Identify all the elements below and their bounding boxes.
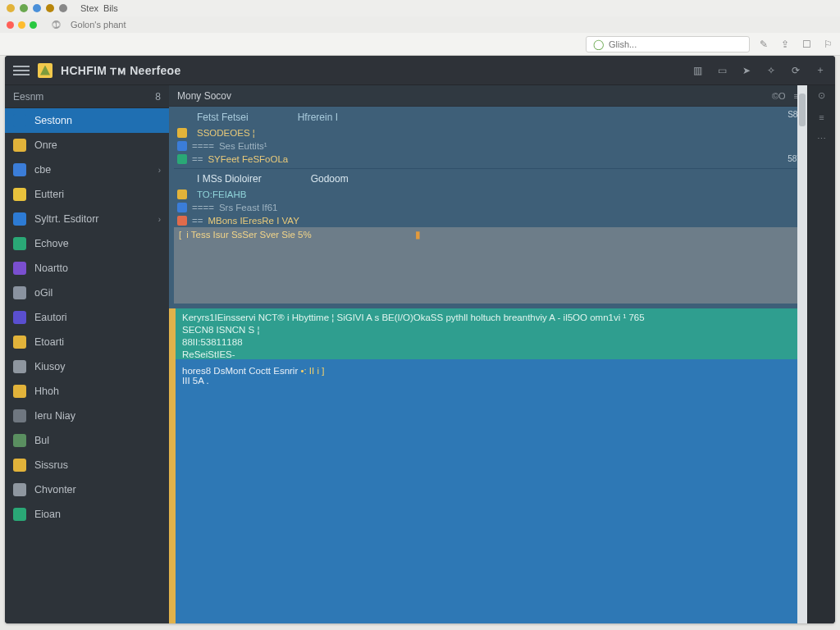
maximize-icon[interactable] <box>30 21 37 29</box>
console-gutter <box>169 308 176 623</box>
sidebar-item[interactable]: Syltrt. Esditorr› <box>5 207 169 231</box>
editor-tabstrip: Mony Socov ©O ≡ <box>169 85 807 107</box>
close-icon[interactable] <box>7 21 14 29</box>
line-icon <box>177 216 187 226</box>
minimize-icon[interactable] <box>18 21 25 29</box>
box-icon[interactable]: ☐ <box>799 37 814 52</box>
editor-line[interactable]: TO:FEIAHB <box>174 188 802 201</box>
sidebar-item[interactable]: Noartto <box>5 256 169 281</box>
scrollbar-thumb[interactable] <box>799 94 806 126</box>
sidebar-item-label: Ieru Niay <box>34 410 75 422</box>
line-prefix: == <box>192 216 203 226</box>
sidebar-item-icon <box>13 483 26 496</box>
rail-icon[interactable]: ⋯ <box>817 134 826 144</box>
sidebar-item[interactable]: Eautori <box>5 305 169 330</box>
sidebar-item[interactable]: Sestonn <box>5 108 169 133</box>
editor-col-header: Fetst Fetsei <box>197 112 249 123</box>
line-text: Ses Euttits¹ <box>219 141 267 151</box>
sidebar-item[interactable]: Ieru Niay <box>5 404 169 428</box>
os-dot-icon <box>7 4 15 12</box>
rail-icon[interactable]: ≡ <box>819 112 824 122</box>
sidebar-item-label: Eautori <box>34 312 67 323</box>
editor-line[interactable]: SSODEOES ¦ <box>174 126 802 139</box>
sidebar-item-icon <box>13 360 26 373</box>
share-icon[interactable]: ⇪ <box>778 37 792 52</box>
sidebar-item-icon <box>13 188 26 201</box>
sidebar-item[interactable]: Bul <box>5 428 169 453</box>
share-icon[interactable]: ✧ <box>765 64 778 77</box>
refresh-icon[interactable]: ⟳ <box>789 64 802 77</box>
sidebar-item[interactable]: oGil <box>5 281 169 305</box>
sidebar-item-label: Eioan <box>34 509 61 520</box>
main-panel: Mony Socov ©O ≡ Fetst Fetsei Hfrerein I … <box>169 85 807 623</box>
editor-empty-area[interactable] <box>174 242 802 304</box>
sidebar-item-label: Etoarti <box>34 336 64 348</box>
bookmark-icon[interactable]: ⚐ <box>820 37 835 52</box>
sidebar-item-icon <box>13 286 26 299</box>
send-icon[interactable]: ➤ <box>740 64 753 77</box>
sidebar-item[interactable]: Hhoh <box>5 379 169 404</box>
vertical-scrollbar[interactable] <box>797 85 807 623</box>
console-line: 88II:53811188 <box>182 336 801 349</box>
sidebar-item[interactable]: Onre <box>5 133 169 158</box>
editor-tab[interactable]: Mony Socov <box>177 90 231 102</box>
search-box[interactable]: ◯ <box>586 36 750 52</box>
console-line: hores8 DsMont Coctt Esnrir •: II i ] <box>182 366 801 376</box>
editor-line-text: i Tess Isur SsSer Sver Sie 5% <box>186 230 312 240</box>
editor-line[interactable]: == MBons IEresRe I VAY <box>174 214 802 227</box>
search-input[interactable] <box>609 39 742 49</box>
sidebar-item[interactable]: Sissrus <box>5 453 169 477</box>
sidebar-header: Eesnm 8 <box>5 85 169 108</box>
pencil-icon[interactable]: ✎ <box>756 37 771 52</box>
editor-line[interactable]: == SYFeet FeSFoOLa <box>174 153 802 166</box>
sidebar-item-label: Sissrus <box>34 459 68 471</box>
editor-line-selected[interactable]: [ i Tess Isur SsSer Sver Sie 5% ▮ <box>174 227 802 242</box>
os-dot-icon <box>33 4 41 12</box>
sidebar-item-label: Noartto <box>34 262 68 274</box>
browser-toolbar: ◯ ✎ ⇪ ☐ ⚐ <box>0 33 840 56</box>
sidebar-item[interactable]: Chvonter <box>5 477 169 502</box>
line-icon <box>177 189 187 199</box>
rail-icon[interactable]: ⊙ <box>818 90 825 101</box>
sidebar-item-icon <box>13 114 26 127</box>
os-top-bar: Stex Bils <box>0 0 840 16</box>
sidebar-item-icon <box>13 139 26 152</box>
sidebar-item-label: Eutteri <box>34 189 64 200</box>
hamburger-icon[interactable] <box>13 66 30 75</box>
editor-subheader: I MSs Dioloirer <box>197 173 262 185</box>
sidebar-item-icon <box>13 262 26 275</box>
os-menu-item[interactable]: Stex <box>80 3 98 13</box>
console-pane[interactable]: Keryrs1IEinsservi NCT® i Hbyttime ¦ SiGI… <box>169 308 807 623</box>
os-dot-icon <box>59 4 67 12</box>
add-icon[interactable]: ＋ <box>814 64 827 77</box>
sidebar-item[interactable]: Kiusoy <box>5 354 169 379</box>
tabstrip-action[interactable]: ©O <box>772 91 786 101</box>
line-prefix: ==== <box>192 203 214 212</box>
window-tab-label[interactable]: Golon's phant <box>71 20 126 30</box>
editor-col-header: Hfrerein I <box>298 112 338 123</box>
sidebar-item[interactable]: cbe› <box>5 158 169 182</box>
sidebar-item-icon <box>13 212 26 226</box>
console-line: III 5A . <box>182 376 801 386</box>
os-menu-item[interactable]: Bils <box>103 3 118 13</box>
sidebar-item[interactable]: Echove <box>5 231 169 256</box>
sidebar-item-label: Bul <box>34 435 49 446</box>
layout-icon[interactable]: ▥ <box>691 64 704 77</box>
sidebar-item-icon <box>13 409 26 422</box>
editor-pane[interactable]: Fetst Fetsei Hfrerein I SSODEOES ¦ ==== … <box>169 107 807 308</box>
line-prefix: ==== <box>192 141 214 151</box>
sidebar-item-label: Sestonn <box>34 115 72 126</box>
chevron-right-icon: › <box>158 166 161 175</box>
line-text: SSODEOES ¦ <box>197 128 255 138</box>
sidebar-item[interactable]: Etoarti <box>5 330 169 354</box>
window-controls[interactable] <box>7 21 37 29</box>
sidebar-item[interactable]: Eutteri <box>5 182 169 207</box>
editor-line[interactable]: ==== Ses Euttits¹ <box>174 139 802 153</box>
sidebar-item[interactable]: Eioan <box>5 502 169 527</box>
save-icon[interactable]: ▭ <box>715 64 728 77</box>
window-tab-bar: ⓵ Golon's phant <box>0 16 840 33</box>
line-icon <box>177 203 187 212</box>
sidebar: Eesnm 8 Sestonn Onre cbe› Eutteri Syltrt… <box>5 85 169 623</box>
console-highlight-band: Keryrs1IEinsservi NCT® i Hbyttime ¦ SiGI… <box>176 308 807 359</box>
editor-line[interactable]: ==== Srs Feast If61 <box>174 201 802 214</box>
